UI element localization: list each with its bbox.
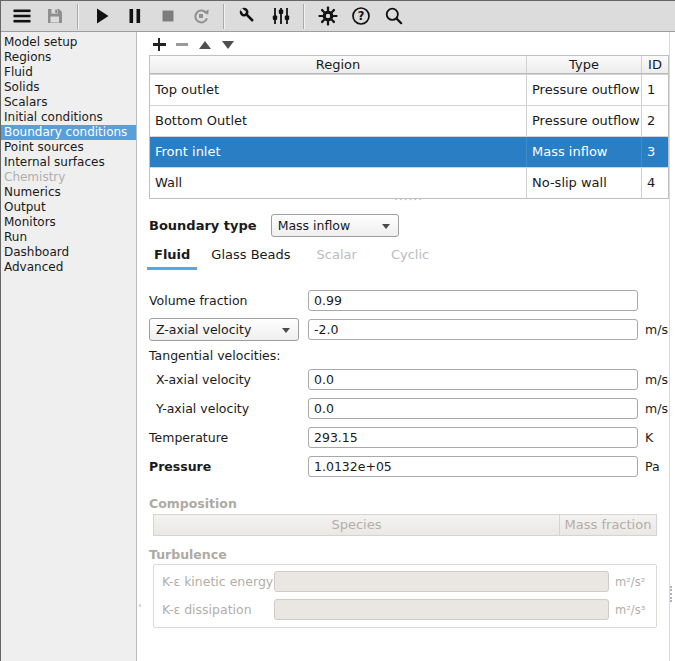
x-axial-velocity-input[interactable]: [308, 369, 638, 390]
table-row-selected[interactable]: Front inlet Mass inflow 3: [150, 136, 668, 167]
ke-dissipation-label: K-ε dissipation: [162, 602, 274, 617]
boundary-conditions-pane: ‹ Region Type ID Top outlet Pressure out…: [138, 32, 675, 661]
boundary-type-select[interactable]: Mass inflow: [271, 214, 399, 237]
sidebar-item-run[interactable]: Run: [1, 230, 136, 245]
sidebar-item-monitors[interactable]: Monitors: [1, 215, 136, 230]
axial-velocity-input[interactable]: [308, 319, 638, 340]
sidebar-item-output[interactable]: Output: [1, 200, 136, 215]
add-region-button[interactable]: [149, 36, 169, 53]
search-button[interactable]: [377, 3, 410, 29]
volume-fraction-row: Volume fraction: [149, 290, 669, 311]
composition-section-title: Composition: [149, 496, 237, 511]
sidebar-item-fluid[interactable]: Fluid: [1, 65, 136, 80]
help-icon: ?: [350, 5, 372, 27]
table-row[interactable]: Bottom Outlet Pressure outflow 2: [150, 105, 668, 136]
turbulence-section-title: Turbulence: [149, 547, 227, 562]
sidebar-item-advanced[interactable]: Advanced: [1, 260, 136, 275]
tab-fluid[interactable]: Fluid: [147, 244, 197, 270]
build-button[interactable]: [231, 3, 264, 29]
tab-cyclic: Cyclic: [389, 244, 431, 270]
menu-button[interactable]: [5, 3, 38, 29]
sidebar-item-scalars[interactable]: Scalars: [1, 95, 136, 110]
pause-icon: [124, 5, 146, 27]
toolbar-separator: [223, 4, 225, 29]
sidebar-item-numerics[interactable]: Numerics: [1, 185, 136, 200]
stop-button: [151, 3, 184, 29]
cell-region: Bottom Outlet: [150, 106, 527, 136]
sidebar-item-regions[interactable]: Regions: [1, 50, 136, 65]
parameters-button[interactable]: [264, 3, 297, 29]
table-row[interactable]: Top outlet Pressure outflow 1: [150, 74, 668, 105]
fluid-form: Volume fraction Z-axial velocity m/s Tan…: [149, 290, 669, 485]
ke-dissipation-unit: m²/s³: [615, 603, 645, 617]
play-icon: [91, 5, 113, 27]
search-icon: [383, 5, 405, 27]
table-row[interactable]: Wall No-slip wall 4: [150, 167, 668, 198]
volume-fraction-label: Volume fraction: [149, 293, 308, 308]
boundary-type-value: Mass inflow: [278, 218, 351, 233]
triangle-down-icon: [222, 41, 234, 49]
plus-icon: [153, 43, 166, 45]
sidebar-item-point-sources[interactable]: Point sources: [1, 140, 136, 155]
ke-kinetic-energy-row: K-ε kinetic energy m²/s²: [162, 571, 648, 592]
cell-type: Pressure outflow: [527, 106, 642, 136]
horizontal-splitter-handle[interactable]: ······: [149, 196, 669, 204]
axial-velocity-unit: m/s: [645, 322, 668, 337]
regions-table: Region Type ID Top outlet Pressure outfl…: [149, 55, 669, 199]
axial-velocity-selected-option: Z-axial velocity: [156, 322, 251, 337]
sidebar-item-solids[interactable]: Solids: [1, 80, 136, 95]
help-button[interactable]: ?: [344, 3, 377, 29]
sliders-icon: [270, 5, 292, 27]
move-region-down-button[interactable]: [218, 36, 238, 53]
sidebar-item-dashboard[interactable]: Dashboard: [1, 245, 136, 260]
run-button[interactable]: [85, 3, 118, 29]
pressure-unit: Pa: [645, 459, 660, 474]
sidebar-item-initial-conditions[interactable]: Initial conditions: [1, 110, 136, 125]
region-table-controls: [149, 36, 241, 53]
axial-velocity-select[interactable]: Z-axial velocity: [149, 318, 299, 341]
ke-dissipation-input: [274, 599, 609, 620]
y-axial-velocity-label: Y-axial velocity: [149, 401, 308, 416]
column-header-type[interactable]: Type: [527, 56, 642, 73]
volume-fraction-input[interactable]: [308, 290, 638, 311]
tangential-velocities-heading: Tangential velocities:: [149, 348, 669, 364]
reset-button: [184, 3, 217, 29]
vertical-splitter-handle[interactable]: [670, 586, 674, 602]
x-axial-velocity-row: X-axial velocity m/s: [149, 369, 669, 390]
temperature-input[interactable]: [308, 427, 638, 448]
chevron-down-icon: [382, 224, 390, 229]
sidebar-item-internal-surfaces[interactable]: Internal surfaces: [1, 155, 136, 170]
cell-id: 3: [642, 137, 668, 167]
sidebar-collapse-icon[interactable]: ‹: [138, 600, 142, 610]
axial-velocity-row: Z-axial velocity m/s: [149, 319, 669, 340]
ke-kinetic-energy-label: K-ε kinetic energy: [162, 574, 274, 589]
cell-region: Wall: [150, 168, 527, 198]
pane-right-border: [669, 32, 670, 661]
stop-icon: [157, 5, 179, 27]
column-header-id[interactable]: ID: [642, 56, 668, 73]
cell-type: Mass inflow: [527, 137, 642, 167]
x-axial-velocity-label: X-axial velocity: [149, 372, 308, 387]
sidebar-item-model-setup[interactable]: Model setup: [1, 35, 136, 50]
toolbar-separator: [77, 4, 79, 29]
tab-scalar: Scalar: [315, 244, 359, 270]
y-axial-velocity-input[interactable]: [308, 398, 638, 419]
save-icon: [44, 5, 66, 27]
reset-icon: [190, 5, 212, 27]
cell-type: Pressure outflow: [527, 75, 642, 105]
cell-id: 2: [642, 106, 668, 136]
settings-button[interactable]: [311, 3, 344, 29]
pause-button[interactable]: [118, 3, 151, 29]
tab-glass-beads[interactable]: Glass Beads: [209, 244, 292, 270]
save-button: [38, 3, 71, 29]
hamburger-icon: [11, 5, 33, 27]
regions-table-header: Region Type ID: [150, 56, 668, 74]
sidebar-item-boundary-conditions[interactable]: Boundary conditions: [1, 125, 136, 140]
move-region-up-button[interactable]: [195, 36, 215, 53]
pressure-row: Pressure Pa: [149, 456, 669, 477]
chevron-down-icon: [282, 328, 290, 333]
column-header-region[interactable]: Region: [150, 56, 527, 73]
pressure-input[interactable]: [308, 456, 638, 477]
ke-kinetic-energy-input: [274, 571, 609, 592]
application-window: ? Model setup Regions Fluid Solids Scala…: [0, 0, 675, 661]
